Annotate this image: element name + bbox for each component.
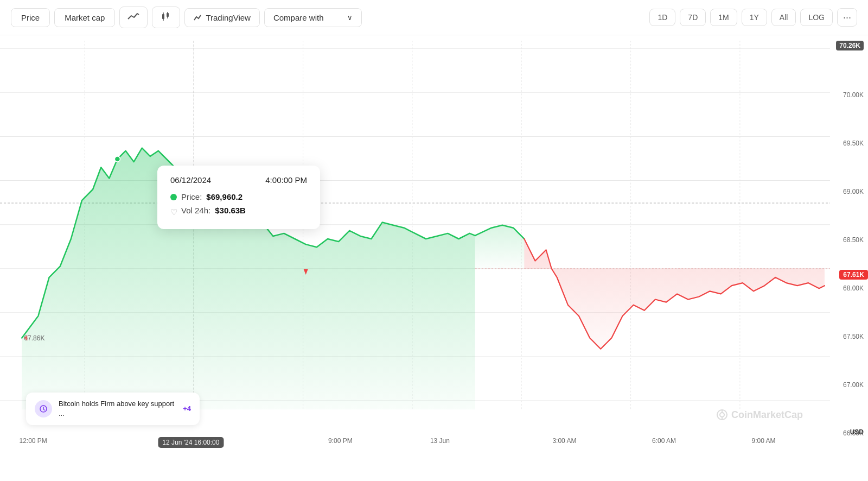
log-button[interactable]: LOG <box>800 9 833 26</box>
svg-rect-0 <box>162 14 164 19</box>
tooltip: 06/12/2024 4:00:00 PM Price: $69,960.2 ♡… <box>157 166 320 229</box>
watermark: CoinMarketCap <box>716 409 803 421</box>
news-badge: +4 <box>183 404 191 413</box>
7d-button[interactable]: 7D <box>680 9 706 26</box>
1y-button[interactable]: 1Y <box>742 9 767 26</box>
y-label-69k: 69.00K <box>843 188 864 195</box>
tooltip-price-row: Price: $69,960.2 <box>170 192 307 201</box>
tooltip-date: 06/12/2024 <box>170 175 211 185</box>
x-label-3am: 3:00 AM <box>552 437 576 445</box>
svg-point-25 <box>114 156 120 162</box>
news-icon <box>35 400 52 417</box>
x-label-9am: 9:00 AM <box>752 437 776 445</box>
compare-label: Compare with <box>273 13 324 22</box>
tooltip-price-label: Price: <box>181 192 202 201</box>
y-bottom-badge-container: 67.61K <box>839 269 868 279</box>
trading-view-button[interactable]: TradingView <box>184 8 260 27</box>
heart-icon: ♡ <box>170 207 177 214</box>
svg-rect-3 <box>167 13 169 17</box>
tooltip-header: 06/12/2024 4:00:00 PM <box>170 175 307 185</box>
y-label-67k: 67.00K <box>843 381 864 389</box>
tooltip-time: 4:00:00 PM <box>265 175 307 185</box>
chart-container: 70.26K 70.00K 69.50K 69.00K 68.50K 68.00… <box>0 35 868 464</box>
chevron-down-icon: ∨ <box>347 14 353 22</box>
all-button[interactable]: All <box>771 9 796 26</box>
y-bottom-badge: 67.61K <box>839 270 868 280</box>
market-cap-button[interactable]: Market cap <box>54 8 115 27</box>
y-label-685k: 68.50K <box>843 236 864 244</box>
y-label-68k: 68.00K <box>843 284 864 292</box>
tooltip-vol-value: $30.63B <box>215 206 246 215</box>
line-chart-button[interactable] <box>119 7 148 28</box>
tooltip-vol-row: ♡ Vol 24h: $30.63B <box>170 206 307 215</box>
watermark-text: CoinMarketCap <box>731 409 803 421</box>
x-label-6am: 6:00 AM <box>652 437 676 445</box>
y-axis: 70.26K 70.00K 69.50K 69.00K 68.50K 68.00… <box>830 41 868 437</box>
svg-point-30 <box>720 413 724 417</box>
y-label-70k: 70.00K <box>843 91 864 99</box>
trading-view-label: TradingView <box>206 13 251 22</box>
usd-label: USD <box>850 428 864 436</box>
price-button[interactable]: Price <box>11 8 50 27</box>
x-label-9pm: 9:00 PM <box>328 437 353 445</box>
y-label-695k: 69.50K <box>843 140 864 147</box>
more-button[interactable]: ··· <box>837 8 857 27</box>
x-label-highlight: 12 Jun '24 16:00:00 <box>158 437 224 448</box>
x-axis: 12:00 PM 12 Jun '24 16:00:00 9:00 PM 13 … <box>0 437 830 459</box>
y-label-675k: 67.50K <box>843 333 864 340</box>
y-top-badge: 70.26K <box>836 41 864 50</box>
toolbar: Price Market cap TradingView Compare wit… <box>0 0 868 35</box>
tooltip-vol-label: Vol 24h: <box>181 206 210 215</box>
candle-chart-button[interactable] <box>152 7 180 28</box>
news-card[interactable]: Bitcoin holds Firm above key support ...… <box>26 393 200 425</box>
1m-button[interactable]: 1M <box>710 9 737 26</box>
x-label-13jun: 13 Jun <box>430 437 450 445</box>
chart-svg-area: 67.86K <box>0 41 830 437</box>
price-dot <box>170 194 177 200</box>
1d-button[interactable]: 1D <box>649 9 675 26</box>
compare-button[interactable]: Compare with ∨ <box>264 8 362 27</box>
tooltip-price-value: $69,960.2 <box>206 192 242 201</box>
news-text: Bitcoin holds Firm above key support ... <box>59 399 176 419</box>
x-label-12pm: 12:00 PM <box>20 437 47 445</box>
